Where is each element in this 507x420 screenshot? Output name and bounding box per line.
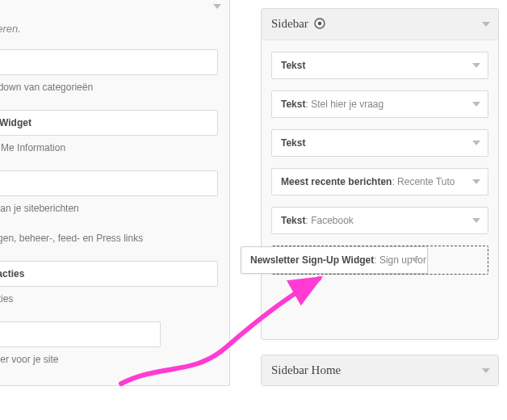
- available-widget-desc: ays About Me Information: [0, 141, 218, 154]
- target-icon: [314, 18, 325, 32]
- dragging-widget[interactable]: Newsletter Sign-Up Widget: Sign up for: [241, 246, 428, 274]
- sidebar-home-title: Sidebar Home: [271, 363, 341, 377]
- chevron-down-icon[interactable]: [472, 102, 480, 107]
- chevron-down-icon[interactable]: [472, 63, 480, 68]
- widget-subtitle: : Facebook: [305, 215, 353, 226]
- chevron-down-icon[interactable]: [482, 368, 490, 373]
- available-widget-desc: oekformulier voor je site: [0, 353, 218, 366]
- available-widget-card[interactable]: nder: [0, 170, 218, 196]
- chevron-down-icon[interactable]: [213, 4, 221, 9]
- widget-title: Tekst: [281, 215, 305, 226]
- chevron-down-icon[interactable]: [472, 218, 480, 223]
- svg-point-1: [318, 22, 321, 25]
- available-widget-desc: gen/uitloggen, beheer-, feed- en Press l…: [0, 232, 218, 245]
- sidebar-widget[interactable]: Tekst: [271, 129, 488, 157]
- sidebar-widget[interactable]: Tekst: Facebook: [271, 207, 488, 234]
- chevron-down-icon: [411, 258, 419, 262]
- chevron-down-icon[interactable]: [472, 179, 480, 184]
- sidebar-area-body: Tekst Tekst: Stel hier je vraag Tekst Me…: [262, 40, 498, 339]
- available-widget-card[interactable]: out Me Widget: [0, 110, 218, 136]
- sidebar-area-header[interactable]: Sidebar: [262, 9, 498, 40]
- widget-subtitle: : Recente Tuto: [392, 176, 455, 187]
- available-widget-card[interactable]: ente reacties: [0, 261, 218, 287]
- available-widget-card[interactable]: gorieën: [0, 49, 218, 75]
- available-widget-card[interactable]: en: [0, 321, 161, 347]
- chevron-down-icon[interactable]: [482, 22, 490, 27]
- sidebar-widget[interactable]: Tekst: [271, 52, 488, 79]
- sidebar-home-panel: Sidebar Home: [261, 355, 499, 386]
- available-widgets-hint: e verwijderen.: [0, 23, 218, 35]
- sidebar-widget[interactable]: Tekst: Stel hier je vraag: [271, 90, 488, 118]
- widget-title: Tekst: [281, 60, 305, 71]
- widget-subtitle: : Stel hier je vraag: [305, 99, 383, 110]
- chevron-down-icon[interactable]: [472, 141, 480, 145]
- available-widget-desc: atste reacties: [0, 292, 218, 305]
- widget-title: Tekst: [281, 99, 305, 110]
- widget-title: Tekst: [281, 137, 305, 149]
- widget-title: Meest recente berichten: [281, 176, 392, 187]
- sidebar-home-header[interactable]: Sidebar Home: [262, 355, 498, 385]
- sidebar-widget[interactable]: Meest recente berichten: Recente Tuto: [271, 168, 488, 195]
- sidebar-area-title: Sidebar: [271, 17, 308, 31]
- available-widgets-panel: e verwijderen. gorieën jst of dropdown v…: [0, 0, 230, 386]
- available-widget-desc: kalender van je siteberichten: [0, 202, 218, 215]
- widget-title: Newsletter Sign-Up Widget: [250, 254, 374, 266]
- available-widget-desc: jst of dropdown van categorieën: [0, 81, 218, 94]
- sidebar-area-panel: Sidebar Tekst Tekst: Stel hier je vraag …: [261, 8, 499, 340]
